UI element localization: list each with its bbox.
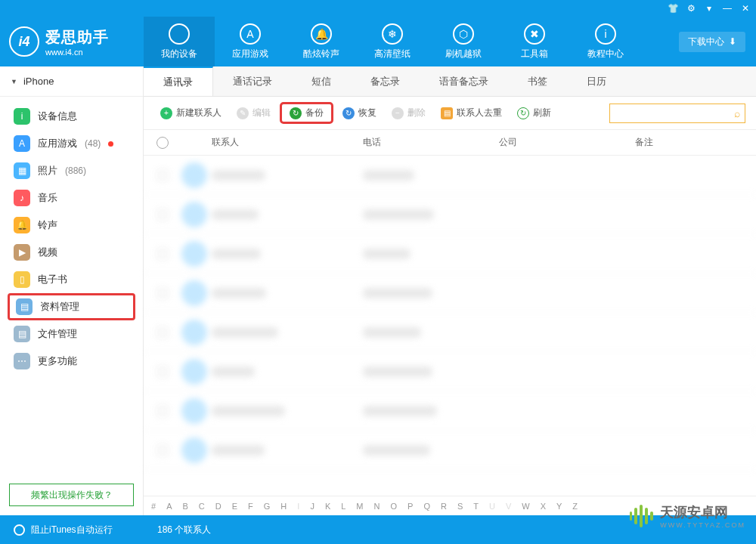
- device-name: iPhone: [23, 76, 54, 87]
- alpha-K[interactable]: K: [325, 502, 330, 511]
- troubleshoot-button[interactable]: 频繁出现操作失败？: [9, 484, 134, 506]
- search-box[interactable]: ⌕: [609, 104, 745, 123]
- row-checkbox[interactable]: [157, 445, 168, 456]
- alpha-R[interactable]: R: [441, 502, 447, 511]
- row-checkbox[interactable]: [157, 406, 168, 416]
- alpha-W[interactable]: W: [522, 502, 529, 511]
- row-checkbox[interactable]: [157, 366, 168, 377]
- dedupe-button[interactable]: ▤ 联系人去重: [435, 103, 508, 123]
- row-checkbox[interactable]: [157, 170, 168, 181]
- new-contact-button[interactable]: + 新建联系人: [154, 103, 228, 123]
- tab-6[interactable]: 日历: [567, 66, 626, 96]
- sidebar-item-ebook[interactable]: ▯电子书: [8, 266, 135, 293]
- restore-button[interactable]: ↻ 恢复: [336, 103, 383, 123]
- avatar: [181, 241, 207, 267]
- skin-icon[interactable]: 👕: [667, 2, 679, 14]
- alpha-N[interactable]: N: [374, 502, 380, 511]
- alpha-M[interactable]: M: [356, 502, 363, 511]
- col-phone[interactable]: 电话: [363, 136, 499, 149]
- nav-6[interactable]: i教程中心: [570, 17, 641, 66]
- alpha-F[interactable]: F: [248, 502, 253, 511]
- nav-3[interactable]: ❄高清壁纸: [357, 17, 428, 66]
- alpha-I[interactable]: I: [297, 502, 299, 511]
- edit-button[interactable]: ✎ 编辑: [231, 103, 277, 123]
- alpha-Y[interactable]: Y: [556, 502, 562, 511]
- menu-icon[interactable]: ▾: [703, 2, 715, 14]
- alpha-T[interactable]: T: [473, 502, 479, 511]
- table-row[interactable]: [144, 313, 756, 352]
- col-contact[interactable]: 联系人: [181, 136, 363, 149]
- close-icon[interactable]: ✕: [739, 2, 751, 14]
- nav-4[interactable]: ⬡刷机越狱: [428, 17, 499, 66]
- alpha-D[interactable]: D: [215, 502, 222, 511]
- sidebar-item-music[interactable]: ♪音乐: [8, 184, 135, 212]
- alpha-G[interactable]: G: [264, 502, 271, 511]
- download-center-button[interactable]: 下载中心 ⬇: [679, 32, 745, 52]
- alpha-P[interactable]: P: [407, 502, 413, 511]
- select-all-checkbox[interactable]: [156, 137, 169, 149]
- table-row[interactable]: [144, 352, 756, 391]
- alpha-V[interactable]: V: [506, 502, 511, 511]
- refresh-button[interactable]: ↻ 刷新: [511, 103, 557, 123]
- alpha-H[interactable]: H: [280, 502, 287, 511]
- data-icon: ▤: [16, 298, 33, 315]
- alpha-E[interactable]: E: [232, 502, 237, 511]
- table-row[interactable]: [144, 195, 756, 234]
- alpha-#[interactable]: #: [151, 502, 156, 511]
- row-checkbox[interactable]: [157, 327, 168, 338]
- table-row[interactable]: [144, 234, 756, 274]
- sidebar-item-ring[interactable]: 🔔铃声: [8, 212, 135, 239]
- alpha-O[interactable]: O: [390, 502, 397, 511]
- search-input[interactable]: [615, 108, 734, 119]
- sidebar-item-data[interactable]: ▤资料管理: [8, 293, 135, 320]
- main-nav: 我的设备A应用游戏🔔酷炫铃声❄高清壁纸⬡刷机越狱✖工具箱i教程中心: [144, 17, 665, 66]
- row-checkbox[interactable]: [157, 209, 168, 220]
- sidebar-item-apps[interactable]: A应用游戏 (48): [8, 130, 135, 157]
- avatar: [181, 320, 207, 345]
- table-row[interactable]: [144, 274, 756, 313]
- alpha-X[interactable]: X: [541, 502, 546, 511]
- table-row[interactable]: [144, 391, 756, 431]
- delete-button[interactable]: − 删除: [386, 103, 432, 123]
- sidebar-item-files[interactable]: ▤文件管理: [8, 320, 135, 348]
- nav-5[interactable]: ✖工具箱: [499, 17, 570, 66]
- sidebar-item-video[interactable]: ▶视频: [8, 239, 135, 266]
- itunes-block-toggle[interactable]: 阻止iTunes自动运行: [0, 524, 144, 536]
- tab-3[interactable]: 备忘录: [351, 66, 420, 96]
- tab-5[interactable]: 书签: [508, 66, 567, 96]
- alpha-Q[interactable]: Q: [423, 502, 430, 511]
- tab-1[interactable]: 通话记录: [213, 66, 292, 96]
- tab-0[interactable]: 通讯录: [144, 66, 213, 96]
- backup-button[interactable]: ↻ 备份: [280, 102, 333, 124]
- tab-4[interactable]: 语音备忘录: [420, 66, 508, 96]
- sidebar-item-info[interactable]: i设备信息: [8, 103, 135, 130]
- refresh-icon: ↻: [517, 107, 529, 119]
- table-row[interactable]: [144, 431, 756, 470]
- alpha-B[interactable]: B: [182, 502, 187, 511]
- device-selector[interactable]: ▼ iPhone: [0, 66, 143, 97]
- col-company[interactable]: 公司: [499, 136, 635, 149]
- alpha-A[interactable]: A: [166, 502, 172, 511]
- alpha-C[interactable]: C: [199, 502, 205, 511]
- gear-icon[interactable]: ⚙: [685, 2, 697, 14]
- sidebar-item-more[interactable]: ⋯更多功能: [8, 348, 135, 375]
- alpha-U[interactable]: U: [489, 502, 495, 511]
- avatar: [181, 202, 207, 227]
- alpha-J[interactable]: J: [310, 502, 314, 511]
- nav-0[interactable]: 我的设备: [144, 17, 215, 66]
- col-remark[interactable]: 备注: [635, 136, 756, 149]
- alpha-Z[interactable]: Z: [572, 502, 578, 511]
- minimize-icon[interactable]: —: [721, 2, 733, 14]
- row-checkbox[interactable]: [157, 249, 168, 259]
- avatar: [181, 280, 207, 306]
- alpha-L[interactable]: L: [341, 502, 345, 511]
- nav-2[interactable]: 🔔酷炫铃声: [286, 17, 357, 66]
- row-checkbox[interactable]: [157, 288, 168, 298]
- nav-icon: ❄: [382, 23, 403, 45]
- alpha-S[interactable]: S: [457, 502, 463, 511]
- nav-1[interactable]: A应用游戏: [215, 17, 286, 66]
- search-icon[interactable]: ⌕: [734, 107, 740, 119]
- table-row[interactable]: [144, 156, 756, 195]
- sidebar-item-photos[interactable]: ▦照片 (886): [8, 157, 135, 184]
- tab-2[interactable]: 短信: [292, 66, 351, 96]
